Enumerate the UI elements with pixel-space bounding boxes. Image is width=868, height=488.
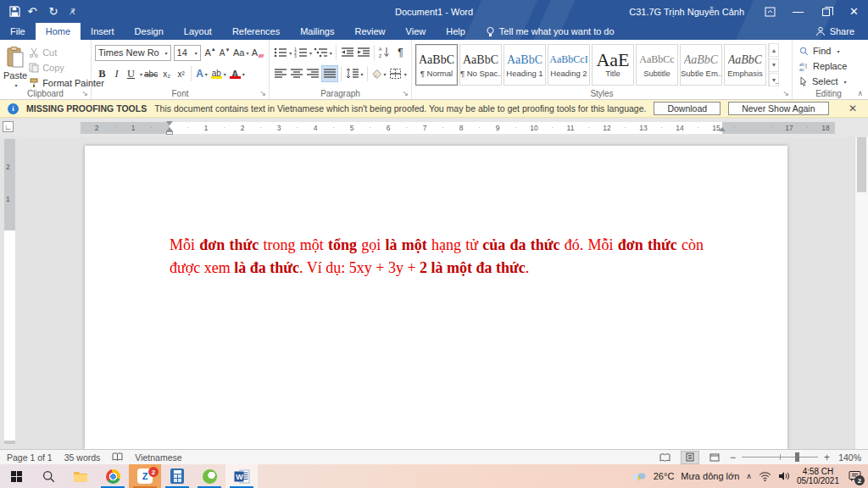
document-area[interactable]: 21 Mỗi đơn thức trong một tổng gọi là mộ… bbox=[0, 137, 868, 449]
page-indicator[interactable]: Page 1 of 1 bbox=[7, 452, 53, 463]
print-layout-icon[interactable] bbox=[681, 451, 699, 464]
style-card-title[interactable]: AaETitle bbox=[592, 44, 634, 86]
italic-button[interactable]: I bbox=[109, 65, 124, 82]
wifi-icon[interactable] bbox=[759, 472, 771, 481]
paste-button[interactable]: Paste ▾ bbox=[3, 43, 27, 91]
zoom-level[interactable]: 140% bbox=[836, 452, 861, 463]
bullets-icon[interactable]: ▾ bbox=[273, 44, 293, 61]
left-indent-marker[interactable] bbox=[166, 131, 173, 135]
change-case-button[interactable]: Aa▾ bbox=[232, 44, 250, 61]
shading-icon[interactable]: ▾ bbox=[370, 65, 388, 82]
style-card-subtle-em-[interactable]: AaBbCSubtle Em... bbox=[680, 44, 722, 86]
sort-icon[interactable]: AZ bbox=[377, 44, 393, 61]
styles-dialog-launcher-icon[interactable]: ↘ bbox=[782, 90, 789, 97]
vertical-ruler[interactable]: 21 bbox=[4, 139, 15, 444]
language-indicator[interactable]: Vietnamese bbox=[135, 452, 181, 463]
tab-mailings[interactable]: Mailings bbox=[290, 23, 344, 40]
gallery-up-icon[interactable]: ▲ bbox=[769, 43, 779, 57]
decrease-indent-icon[interactable] bbox=[339, 44, 355, 61]
font-size-combo[interactable]: 14▾ bbox=[174, 45, 201, 61]
shrink-font-button[interactable]: A▼ bbox=[218, 44, 232, 61]
paragraph-dialog-launcher-icon[interactable]: ↘ bbox=[402, 90, 409, 97]
vertical-scrollbar[interactable]: ▲ bbox=[854, 118, 868, 449]
tab-references[interactable]: References bbox=[222, 23, 290, 40]
clock[interactable]: 4:58 CH 05/10/2021 bbox=[797, 467, 839, 485]
restore-button[interactable] bbox=[812, 0, 840, 23]
style-card--normal[interactable]: AaBbC¶ Normal bbox=[415, 44, 458, 86]
close-button[interactable]: ✕ bbox=[840, 0, 868, 23]
zoom-in-button[interactable]: + bbox=[824, 452, 830, 463]
zoom-out-button[interactable]: − bbox=[730, 452, 736, 463]
font-dialog-launcher-icon[interactable]: ↘ bbox=[259, 90, 266, 97]
style-card-heading-1[interactable]: AaBbCHeading 1 bbox=[504, 44, 546, 86]
replace-button[interactable]: abac Replace bbox=[796, 58, 861, 74]
text-effects-button[interactable]: A▾ bbox=[194, 65, 209, 82]
gallery-down-icon[interactable]: ▼ bbox=[769, 58, 779, 72]
collapse-ribbon-icon[interactable]: ∧ bbox=[857, 89, 863, 97]
web-layout-icon[interactable] bbox=[705, 451, 724, 464]
redo-icon[interactable]: ↻ bbox=[45, 3, 62, 21]
warning-close-icon[interactable]: ✕ bbox=[845, 103, 860, 114]
tab-review[interactable]: Review bbox=[345, 23, 396, 40]
tab-selector[interactable]: ∟ bbox=[3, 121, 14, 132]
save-icon[interactable] bbox=[6, 3, 23, 21]
proofing-status-icon[interactable] bbox=[112, 452, 123, 462]
calculator-button[interactable] bbox=[161, 464, 193, 488]
align-left-icon[interactable] bbox=[273, 65, 289, 82]
read-mode-icon[interactable] bbox=[656, 451, 675, 464]
gallery-more-icon[interactable]: ▼̲ bbox=[769, 73, 779, 86]
style-card-emphasis[interactable]: AaBbCEmphasis bbox=[724, 44, 766, 86]
subscript-button[interactable]: x₂ bbox=[159, 65, 174, 82]
taskbar-search-button[interactable] bbox=[32, 464, 64, 488]
start-button[interactable] bbox=[0, 464, 32, 488]
tab-view[interactable]: View bbox=[396, 23, 437, 40]
document-page[interactable]: Mỗi đơn thức trong một tổng gọi là một h… bbox=[85, 146, 787, 449]
coccoc-browser-button[interactable] bbox=[193, 464, 225, 488]
show-hide-pilcrow-button[interactable]: ¶ bbox=[393, 44, 408, 61]
scrollbar-thumb[interactable] bbox=[857, 133, 866, 192]
chrome-button[interactable] bbox=[97, 464, 129, 488]
account-name[interactable]: C31.7G Trịnh Nguyễn Cảnh bbox=[629, 7, 744, 17]
word-taskbar-button[interactable]: W bbox=[225, 464, 258, 488]
customize-quick-access-icon[interactable]: ₹̸ bbox=[64, 3, 81, 21]
file-explorer-button[interactable] bbox=[64, 464, 97, 488]
tab-layout[interactable]: Layout bbox=[174, 23, 222, 40]
weather-temp[interactable]: 26°C bbox=[654, 471, 675, 481]
zoom-slider[interactable] bbox=[742, 457, 818, 458]
first-line-indent-marker[interactable] bbox=[166, 121, 173, 125]
select-button[interactable]: Select▾ bbox=[796, 74, 861, 89]
underline-button[interactable]: U bbox=[124, 65, 138, 82]
style-card-subtitle[interactable]: AaBbCcSubtitle bbox=[636, 44, 678, 86]
align-center-icon[interactable] bbox=[289, 65, 305, 82]
align-right-icon[interactable] bbox=[305, 65, 321, 82]
weather-icon[interactable] bbox=[632, 470, 647, 482]
font-name-combo[interactable]: Times New Ro▾ bbox=[95, 45, 171, 61]
action-center-button[interactable]: 2 bbox=[846, 468, 863, 485]
download-button[interactable]: Download bbox=[654, 102, 721, 115]
line-spacing-icon[interactable]: ▾ bbox=[344, 65, 364, 82]
tab-design[interactable]: Design bbox=[125, 23, 174, 40]
never-show-again-button[interactable]: Never Show Again bbox=[728, 102, 828, 115]
ribbon-display-options-icon[interactable] bbox=[756, 0, 784, 23]
style-card-heading-2[interactable]: AaBbCcIHeading 2 bbox=[548, 44, 590, 86]
superscript-button[interactable]: x² bbox=[174, 65, 188, 82]
share-button[interactable]: Share bbox=[802, 23, 868, 40]
tab-file[interactable]: File bbox=[0, 23, 36, 40]
justify-icon[interactable] bbox=[321, 65, 339, 82]
tab-help[interactable]: Help bbox=[436, 23, 476, 40]
strikethrough-button[interactable]: abc bbox=[142, 65, 159, 82]
tray-expand-icon[interactable]: ∧ bbox=[746, 472, 752, 480]
highlight-color-button[interactable]: ab▾ bbox=[209, 65, 228, 82]
volume-icon[interactable] bbox=[778, 471, 790, 481]
increase-indent-icon[interactable] bbox=[355, 44, 371, 61]
clipboard-dialog-launcher-icon[interactable]: ↘ bbox=[81, 90, 88, 97]
style-card--no-spac-[interactable]: AaBbC¶ No Spac... bbox=[459, 44, 502, 86]
bold-button[interactable]: B bbox=[95, 65, 109, 82]
clear-formatting-button[interactable]: A bbox=[250, 44, 265, 61]
find-button[interactable]: Find▾ bbox=[796, 43, 861, 58]
messenger-app-button[interactable]: Z 2 bbox=[129, 464, 161, 488]
undo-icon[interactable]: ↶▾ bbox=[25, 3, 42, 21]
zoom-slider-thumb[interactable] bbox=[795, 452, 799, 462]
grow-font-button[interactable]: A▲ bbox=[203, 44, 218, 61]
borders-icon[interactable]: ▾ bbox=[388, 65, 409, 82]
